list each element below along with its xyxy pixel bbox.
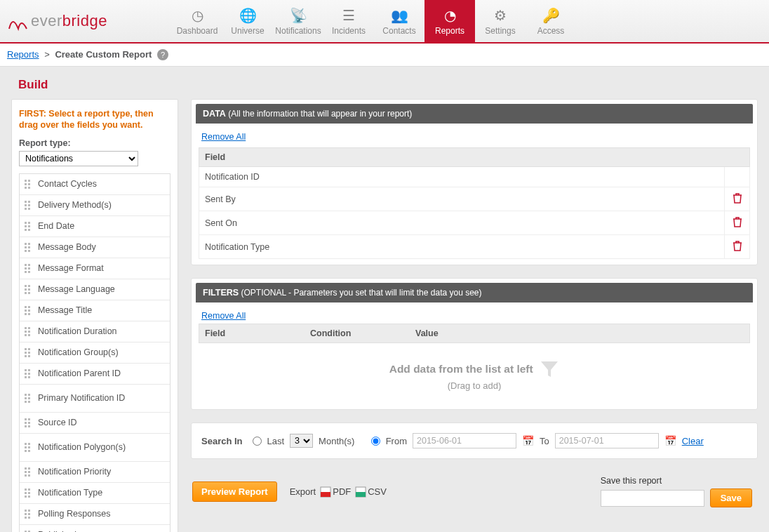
grip-icon [24,418,34,427]
calendar-icon[interactable]: 📅 [522,435,534,446]
breadcrumb-root-link[interactable]: Reports [7,49,39,60]
search-label: Search In [201,436,243,446]
svg-rect-92 [25,513,27,515]
help-icon[interactable]: ? [157,49,168,60]
grip-icon [24,326,34,336]
to-date-input[interactable] [555,433,659,448]
nav-item-notifications[interactable]: 📡Notifications [273,0,323,43]
field-list-item[interactable]: Notification Duration [20,321,170,343]
field-list-item[interactable]: Source ID [20,413,170,434]
field-list-item[interactable]: Contact Cycles [20,174,170,195]
svg-rect-12 [25,222,27,224]
left-panel: FIRST: Select a report type, then drag o… [11,99,178,532]
field-list-item[interactable]: Delivery Method(s) [20,195,170,216]
field-list[interactable]: Contact CyclesDelivery Method(s)End Date… [19,173,170,533]
data-row: Sent By [199,187,750,211]
field-label: Source ID [38,418,77,427]
svg-rect-51 [28,352,30,354]
export-pdf[interactable]: PDF [320,486,351,498]
nav-item-access[interactable]: 🔑Access [526,0,576,43]
svg-rect-91 [28,510,30,512]
field-label: Notification Duration [38,326,117,336]
build-heading: Build [18,78,763,92]
nav-item-universe[interactable]: 🌐Universe [222,0,273,43]
top-bar: everbridge ◷Dashboard🌐Universe📡Notificat… [0,0,769,44]
calendar-icon[interactable]: 📅 [664,435,676,446]
funnel-icon [540,360,559,380]
data-remove-all[interactable]: Remove All [201,132,246,142]
field-list-item[interactable]: Notification Parent ID [20,364,170,385]
logo[interactable]: everbridge [0,8,172,34]
save-name-input[interactable] [601,490,704,507]
data-panel-head: DATA (All the information that will appe… [196,104,753,124]
field-label: Primary Notification ID [38,393,125,403]
report-type-select[interactable]: Notifications [19,151,138,166]
grip-icon [24,467,34,477]
delete-icon[interactable] [733,241,742,253]
field-label: Polling Responses [38,509,111,519]
field-label: Message Language [38,284,115,294]
from-date-input[interactable] [413,433,516,448]
svg-rect-103 [321,492,330,497]
data-col-field: Field [199,148,750,167]
svg-rect-42 [25,327,27,329]
field-list-item[interactable]: Published [20,525,170,533]
svg-rect-20 [25,246,27,248]
reports-icon: ◔ [444,7,456,24]
field-list-item[interactable]: Primary Notification ID [20,385,170,413]
svg-rect-81 [28,471,30,473]
clear-dates-link[interactable]: Clear [682,436,704,446]
field-list-item[interactable]: Polling Responses [20,504,170,525]
svg-rect-49 [28,348,30,350]
svg-rect-60 [25,394,27,396]
svg-rect-9 [28,204,30,206]
preview-button[interactable]: Preview Report [192,481,277,502]
search-radio-from[interactable] [371,437,380,446]
search-radio-last[interactable] [253,437,262,446]
nav-item-reports[interactable]: ◔Reports [424,0,475,43]
filters-remove-all[interactable]: Remove All [201,311,246,321]
field-list-item[interactable]: Notification Polygon(s) [20,434,170,462]
data-cell: Sent On [199,211,725,235]
export-csv[interactable]: CSV [355,486,387,498]
filters-col-field: Field [199,324,305,343]
nav-item-incidents[interactable]: ☰Incidents [323,0,374,43]
svg-rect-90 [25,510,27,512]
grip-icon [24,488,34,498]
svg-rect-45 [28,331,30,333]
nav-item-dashboard[interactable]: ◷Dashboard [172,0,222,43]
field-list-item[interactable]: Message Title [20,300,170,321]
svg-rect-62 [25,397,27,399]
svg-rect-86 [25,492,27,494]
nav-item-contacts[interactable]: 👥Contacts [374,0,424,43]
field-label: Delivery Method(s) [38,200,112,210]
grip-icon [24,442,34,452]
breadcrumb-current: Create Custom Report [55,49,152,60]
svg-rect-36 [25,306,27,308]
field-list-item[interactable]: Message Format [20,258,170,279]
nav-label: Settings [485,26,515,36]
field-list-item[interactable]: Message Language [20,279,170,300]
nav-item-settings[interactable]: ⚙Settings [475,0,526,43]
grip-icon [24,179,34,189]
to-label: To [540,436,549,446]
field-list-item[interactable]: Notification Group(s) [20,343,170,364]
svg-rect-8 [25,204,27,206]
filters-drop-zone[interactable]: Add data from the list at left (Drag to … [199,343,750,404]
field-label: Contact Cycles [38,179,97,189]
breadcrumb-sep: > [44,49,50,60]
export-label: Export [290,486,316,497]
data-cell: Sent By [199,187,725,211]
field-list-item[interactable]: Notification Priority [20,462,170,483]
delete-icon[interactable] [733,218,742,230]
data-row: Sent On [199,211,750,235]
save-button[interactable]: Save [710,488,752,507]
field-list-item[interactable]: Message Body [20,237,170,258]
settings-icon: ⚙ [494,7,507,24]
delete-icon[interactable] [733,194,742,206]
field-list-item[interactable]: End Date [20,216,170,237]
months-select[interactable]: 3 [290,434,313,448]
svg-rect-75 [28,446,30,448]
svg-rect-85 [28,488,30,491]
field-list-item[interactable]: Notification Type [20,483,170,504]
